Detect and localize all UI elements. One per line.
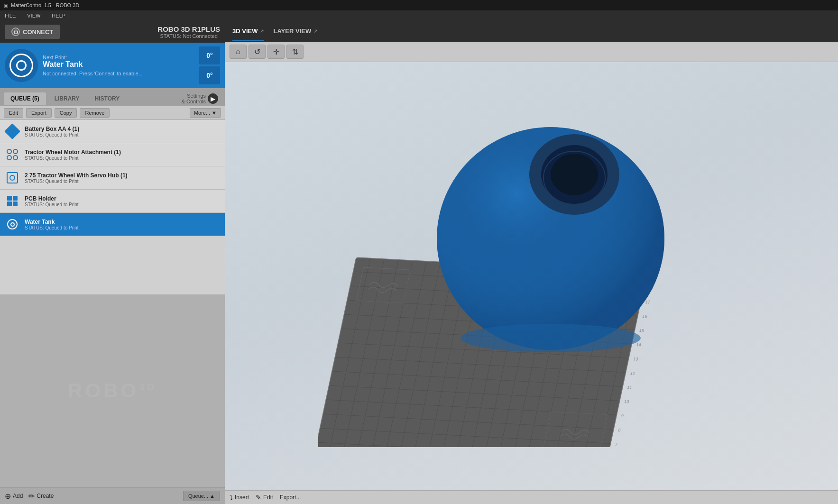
tab-history[interactable]: HISTORY	[88, 92, 127, 105]
connect-button[interactable]: ⏻ CONNECT	[5, 25, 60, 39]
insert-icon: ⤵	[230, 494, 233, 501]
queue-item-1[interactable]: Battery Box AA 4 (1) STATUS: Queued to P…	[0, 120, 225, 143]
queue-list: Battery Box AA 4 (1) STATUS: Queued to P…	[0, 120, 225, 294]
item-status-3: STATUS: Queued to Print	[25, 179, 220, 184]
view-tabs: 3D VIEW ↗ LAYER VIEW ↗	[225, 21, 838, 42]
item-icon-1	[5, 124, 20, 139]
3d-scene-svg: 18 17 16 15 14 13 12 11 10 9 8 7	[318, 106, 745, 447]
menu-help[interactable]: HELP	[50, 12, 67, 19]
queue-item-3[interactable]: 2 75 Tractor Wheel With Servo Hub (1) ST…	[0, 166, 225, 190]
item-name-3: 2 75 Tractor Wheel With Servo Hub (1)	[25, 172, 220, 179]
tab-queue[interactable]: QUEUE (5)	[4, 92, 46, 105]
home-icon: ⌂	[236, 47, 240, 56]
menu-bar: FILE VIEW HELP	[0, 10, 838, 21]
queue-toolbar: Edit Export Copy Remove More... ▼	[0, 106, 225, 120]
menu-file[interactable]: FILE	[3, 12, 18, 19]
svg-point-74	[460, 324, 641, 352]
title-icon: ▣	[4, 3, 8, 8]
move-icon: ✛	[273, 47, 279, 56]
reset-view-button[interactable]: ↺	[249, 45, 266, 59]
copy-button[interactable]: Copy	[55, 108, 77, 118]
flip-view-button[interactable]: ⇅	[286, 45, 304, 59]
left-panel: ⏻ CONNECT ROBO 3D R1PLUS STATUS: Not Con…	[0, 21, 225, 504]
add-button[interactable]: ⊕ Add	[5, 492, 23, 501]
queue-item-4[interactable]: PCB Holder STATUS: Queued to Print	[0, 190, 225, 213]
item-icon-2	[5, 147, 20, 162]
more-chevron-icon: ▼	[212, 110, 217, 116]
svg-text:8: 8	[617, 428, 621, 432]
queue-item-2[interactable]: Tractor Wheel Motor Attachment (1) STATU…	[0, 143, 225, 166]
settings-arrow-icon: ▶	[208, 93, 218, 104]
more-button[interactable]: More... ▼	[190, 108, 221, 118]
svg-text:7: 7	[615, 442, 618, 447]
item-name-4: PCB Holder	[25, 195, 220, 202]
remove-button[interactable]: Remove	[80, 108, 110, 118]
create-icon: ✏	[28, 492, 35, 501]
printer-status: STATUS: Not Connected	[157, 33, 220, 39]
svg-text:12: 12	[630, 371, 635, 376]
robo-logo: ROBO3D	[68, 379, 157, 402]
reset-icon: ↺	[254, 47, 260, 56]
bottom-left-toolbar: ⊕ Add ✏ Create Queue... ▲	[0, 487, 225, 504]
item-name-5: Water Tank	[25, 219, 220, 225]
export-button[interactable]: Export	[26, 108, 52, 118]
settings-controls-label: Settings & Controls	[182, 93, 206, 104]
queue-item-5[interactable]: Water Tank STATUS: Queued to Print	[0, 213, 225, 236]
view-toolbar: ⌂ ↺ ✛ ⇅	[225, 42, 838, 62]
temp-button-2[interactable]: 0°	[199, 66, 220, 84]
create-button[interactable]: ✏ Create	[28, 492, 54, 501]
next-print-label: Next Print:	[43, 55, 194, 60]
item-status-1: STATUS: Queued to Print	[25, 132, 220, 137]
view-tab-layer[interactable]: LAYER VIEW ↗	[273, 22, 317, 41]
svg-text:16: 16	[642, 314, 647, 319]
temp-button-1[interactable]: 0°	[199, 46, 220, 64]
item-icon-4	[5, 193, 20, 209]
item-status-5: STATUS: Queued to Print	[25, 225, 220, 230]
edit-3d-button[interactable]: ✎ Edit	[256, 494, 273, 501]
settings-controls-button[interactable]: Settings & Controls ▶	[179, 91, 221, 106]
print-thumbnail	[5, 49, 38, 82]
printer-name: ROBO 3D R1PLUS	[157, 25, 220, 33]
window-title: MatterControl 1.5 - ROBO 3D	[11, 2, 79, 8]
svg-text:17: 17	[645, 300, 650, 304]
add-icon: ⊕	[5, 492, 11, 501]
move-view-button[interactable]: ✛	[267, 45, 285, 59]
edit-button[interactable]: Edit	[4, 108, 23, 118]
tab-library[interactable]: LIBRARY	[48, 92, 86, 105]
view-tab-3d[interactable]: 3D VIEW ↗	[232, 22, 264, 41]
3d-viewport[interactable]: 18 17 16 15 14 13 12 11 10 9 8 7	[225, 62, 838, 490]
connect-area: ⏻ CONNECT ROBO 3D R1PLUS STATUS: Not Con…	[0, 21, 225, 43]
svg-text:9: 9	[620, 413, 624, 418]
svg-text:10: 10	[624, 399, 629, 404]
connect-icon: ⏻	[11, 27, 20, 36]
item-icon-3	[5, 170, 20, 185]
create-label: Create	[37, 493, 54, 499]
item-status-2: STATUS: Queued to Print	[25, 156, 220, 161]
export-3d-button[interactable]: Export...	[280, 494, 301, 501]
logo-area: ROBO3D	[0, 294, 225, 488]
edit-3d-label: Edit	[263, 494, 273, 501]
flip-icon: ⇅	[292, 47, 298, 56]
connect-label: CONNECT	[23, 28, 53, 36]
print-header: Next Print: Water Tank Not connected. Pr…	[0, 43, 225, 88]
add-label: Add	[13, 493, 23, 499]
insert-button[interactable]: ⤵ Insert	[230, 494, 249, 501]
queue-right-button[interactable]: Queue... ▲	[183, 491, 220, 501]
scene-container: 18 17 16 15 14 13 12 11 10 9 8 7	[225, 62, 838, 490]
item-name-1: Battery Box AA 4 (1)	[25, 126, 220, 132]
layer-view-ext-icon: ↗	[313, 28, 317, 34]
menu-view[interactable]: VIEW	[25, 12, 42, 19]
home-view-button[interactable]: ⌂	[230, 45, 247, 59]
queue-chevron-icon: ▲	[210, 493, 215, 499]
svg-point-72	[551, 154, 598, 195]
item-name-2: Tractor Wheel Motor Attachment (1)	[25, 149, 220, 156]
printer-info: ROBO 3D R1PLUS STATUS: Not Connected	[157, 25, 220, 39]
item-status-4: STATUS: Queued to Print	[25, 202, 220, 207]
item-icon-5	[5, 217, 20, 232]
temp-controls: 0° 0°	[199, 46, 220, 84]
tabs-bar: QUEUE (5) LIBRARY HISTORY Settings & Con…	[0, 88, 225, 106]
bottom-right-toolbar: ⤵ Insert ✎ Edit Export...	[225, 490, 838, 504]
main-layout: ⏻ CONNECT ROBO 3D R1PLUS STATUS: Not Con…	[0, 21, 838, 504]
svg-text:14: 14	[635, 342, 641, 347]
svg-text:13: 13	[633, 357, 638, 361]
